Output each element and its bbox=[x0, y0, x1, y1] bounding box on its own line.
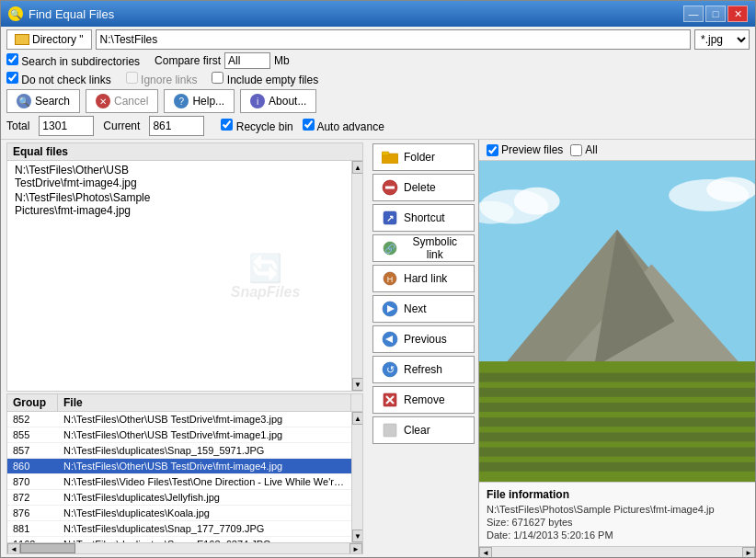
controls-area: Directory " *.jpg Search in subdirectori… bbox=[1, 27, 755, 140]
equal-file-item-1[interactable]: N:\TestFiles\Other\USB TestDrive\fmt-ima… bbox=[7, 163, 179, 190]
shortcut-button[interactable]: ↗ Shortcut bbox=[372, 204, 475, 232]
cancel-button[interactable]: ✕ Cancel bbox=[86, 89, 158, 113]
svg-text:↺: ↺ bbox=[386, 364, 395, 375]
help-button[interactable]: ? Help... bbox=[164, 89, 235, 113]
preview-files-label[interactable]: Preview files bbox=[487, 143, 563, 156]
file-list-row[interactable]: 872N:\TestFiles\duplicates\Jellyfish.jpg bbox=[7, 490, 351, 506]
svg-rect-27 bbox=[479, 403, 755, 412]
close-button[interactable]: ✕ bbox=[727, 6, 748, 22]
clear-button[interactable]: Clear bbox=[372, 416, 475, 444]
extension-select[interactable]: *.jpg bbox=[694, 29, 750, 50]
no-check-links-label[interactable]: Do not check links bbox=[6, 72, 111, 86]
hard-link-button[interactable]: H Hard link bbox=[372, 265, 475, 292]
remove-button[interactable]: Remove bbox=[372, 386, 475, 414]
auto-advance-checkbox[interactable] bbox=[303, 119, 315, 131]
delete-button[interactable]: Delete bbox=[372, 174, 475, 201]
preview-all-label[interactable]: All bbox=[570, 143, 597, 156]
scroll-up-btn[interactable]: ▲ bbox=[352, 161, 362, 174]
col-file-header: File bbox=[58, 394, 351, 411]
file-name-cell: N:\TestFiles\duplicates\Snap_177_7709.JP… bbox=[58, 521, 351, 536]
equal-files-list: N:\TestFiles\Other\USB TestDrive\fmt-ima… bbox=[7, 161, 179, 391]
file-group-cell: 876 bbox=[7, 506, 58, 520]
minimize-button[interactable]: — bbox=[683, 6, 704, 22]
ignore-links-label[interactable]: Ignore links bbox=[126, 72, 198, 86]
preview-files-checkbox[interactable] bbox=[487, 144, 498, 156]
action-row: 🔍 Search ✕ Cancel ? Help... i About... bbox=[6, 89, 750, 113]
file-list-row[interactable]: 870N:\TestFiles\Video Files\Test\One Dir… bbox=[7, 474, 351, 490]
no-check-links-checkbox[interactable] bbox=[6, 72, 18, 84]
current-input[interactable] bbox=[149, 116, 204, 136]
next-button[interactable]: Next bbox=[372, 295, 475, 323]
folder-button[interactable]: Folder bbox=[372, 143, 475, 171]
refresh-button[interactable]: ↺ Refresh bbox=[372, 356, 475, 383]
file-list-row[interactable]: 881N:\TestFiles\duplicates\Snap_177_7709… bbox=[7, 521, 351, 537]
svg-text:🔗: 🔗 bbox=[384, 243, 396, 255]
svg-rect-31 bbox=[479, 462, 755, 472]
preview-all-checkbox[interactable] bbox=[570, 144, 582, 156]
options-row2: Do not check links Ignore links Include … bbox=[6, 72, 750, 86]
auto-advance-label[interactable]: Auto advance bbox=[303, 119, 384, 133]
svg-rect-19 bbox=[384, 424, 396, 437]
clear-btn-icon bbox=[381, 421, 399, 439]
cancel-icon: ✕ bbox=[96, 94, 110, 108]
title-bar: 🔍 Find Equal Files — □ ✕ bbox=[1, 1, 755, 27]
left-main: Equal files N:\TestFiles\Other\USB TestD… bbox=[1, 140, 369, 557]
include-empty-label[interactable]: Include empty files bbox=[212, 72, 318, 86]
include-empty-checkbox[interactable] bbox=[212, 72, 223, 84]
previous-button[interactable]: Previous bbox=[372, 325, 475, 353]
path-input[interactable] bbox=[96, 29, 691, 50]
recycle-bin-checkbox[interactable] bbox=[221, 119, 233, 131]
symbolic-link-button[interactable]: 🔗 Symbolic link bbox=[372, 234, 475, 262]
remove-btn-icon bbox=[381, 391, 399, 409]
symlink-btn-icon: 🔗 bbox=[381, 239, 399, 257]
scroll-down-btn[interactable]: ▼ bbox=[352, 378, 362, 391]
right-scrollbar: ◄ ► bbox=[479, 546, 755, 557]
svg-rect-30 bbox=[479, 448, 755, 457]
file-list-row[interactable]: 855N:\TestFiles\Other\USB TestDrive\fmt-… bbox=[7, 427, 351, 443]
options-row1: Search in subdirectories Compare first M… bbox=[6, 52, 750, 69]
file-name-cell: N:\TestFiles\Other\USB TestDrive\fmt-ima… bbox=[58, 427, 351, 442]
recycle-bin-label[interactable]: Recycle bin bbox=[221, 119, 292, 133]
compare-input[interactable] bbox=[224, 52, 270, 69]
subdirs-label[interactable]: Search in subdirectories bbox=[6, 53, 140, 68]
file-group-cell: 870 bbox=[7, 474, 58, 489]
hscroll-left-btn[interactable]: ◄ bbox=[7, 543, 20, 554]
hscroll-thumb[interactable] bbox=[20, 543, 75, 553]
search-button[interactable]: 🔍 Search bbox=[6, 89, 80, 113]
svg-rect-25 bbox=[479, 373, 755, 382]
svg-text:↗: ↗ bbox=[386, 213, 394, 223]
directory-button[interactable]: Directory " bbox=[6, 29, 92, 50]
folder-btn-icon bbox=[381, 148, 399, 166]
right-scroll-left-btn[interactable]: ◄ bbox=[479, 547, 492, 557]
file-group-cell: 857 bbox=[7, 443, 58, 458]
file-scroll-up-btn[interactable]: ▲ bbox=[352, 412, 362, 425]
file-group-cell: 855 bbox=[7, 427, 58, 442]
total-input[interactable] bbox=[39, 116, 94, 136]
preview-header: Preview files All bbox=[479, 140, 755, 161]
file-list-row[interactable]: 857N:\TestFiles\duplicates\Snap_159_5971… bbox=[7, 443, 351, 459]
maximize-button[interactable]: □ bbox=[705, 6, 726, 22]
file-list-hscroll: ◄ ► bbox=[7, 542, 362, 553]
app-icon: 🔍 bbox=[8, 6, 23, 21]
file-list-row[interactable]: 852N:\TestFiles\Other\USB TestDrive\fmt-… bbox=[7, 412, 351, 427]
file-group-cell: 852 bbox=[7, 412, 58, 427]
about-button[interactable]: i About... bbox=[240, 89, 316, 113]
dir-row: Directory " *.jpg bbox=[6, 29, 750, 50]
subdirs-checkbox[interactable] bbox=[6, 53, 18, 65]
file-list-row[interactable]: 876N:\TestFiles\duplicates\Koala.jpg bbox=[7, 506, 351, 521]
file-scroll-down-btn[interactable]: ▼ bbox=[352, 530, 362, 542]
col-group-header: Group bbox=[7, 394, 58, 411]
status-row: Total Current Recycle bin Auto advance bbox=[6, 116, 750, 136]
file-list-scrollbar[interactable]: ▲ ▼ bbox=[351, 412, 362, 542]
file-group-cell: 881 bbox=[7, 521, 58, 536]
equal-files-header: Equal files bbox=[7, 143, 362, 161]
svg-rect-26 bbox=[479, 388, 755, 397]
equal-files-scrollbar[interactable]: ▲ ▼ bbox=[351, 161, 362, 391]
ignore-links-checkbox[interactable] bbox=[126, 72, 138, 84]
file-list-row[interactable]: 860N:\TestFiles\Other\USB TestDrive\fmt-… bbox=[7, 459, 351, 474]
watermark: 🔄 SnapFiles bbox=[179, 161, 351, 391]
right-scroll-right-btn[interactable]: ► bbox=[742, 547, 755, 557]
file-info-path: N:\TestFiles\Photos\Sample Pictures\fmt-… bbox=[487, 504, 748, 515]
equal-file-item-2[interactable]: N:\TestFiles\Photos\Sample Pictures\fmt-… bbox=[7, 190, 179, 218]
hscroll-right-btn[interactable]: ► bbox=[349, 543, 362, 554]
